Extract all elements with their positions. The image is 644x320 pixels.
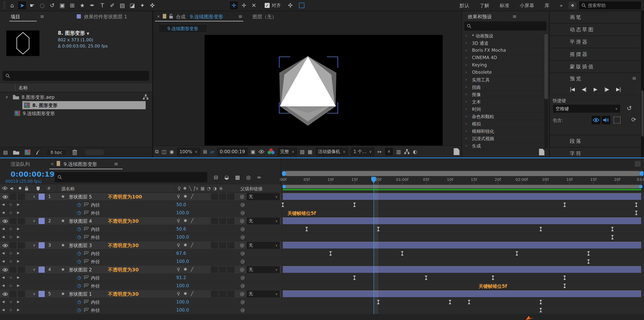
new-composition-icon[interactable]: [24, 149, 31, 155]
parent-pickwhip-icon[interactable]: @: [240, 243, 244, 248]
effects-category-row[interactable]: › 实用工具: [462, 76, 545, 83]
effects-category-label[interactable]: * 动画预设: [472, 33, 493, 39]
parent-select[interactable]: 无∨: [246, 266, 280, 273]
keyframe-navigator[interactable]: ◀◇▶: [2, 227, 20, 231]
property-value[interactable]: 100.0: [176, 259, 189, 264]
transparency-grid-icon[interactable]: ▦: [308, 149, 312, 154]
keyframe-navigator[interactable]: ◀◇▶: [2, 275, 20, 279]
property-name[interactable]: 内径: [91, 299, 100, 305]
layer-comment[interactable]: 不透明度为30: [108, 266, 139, 273]
pickwhip-icon[interactable]: @: [240, 307, 245, 312]
effects-category-row[interactable]: › 沉浸式视频: [462, 135, 545, 142]
collapsed-panel-header[interactable]: 蒙版插值: [550, 61, 641, 73]
camera-tool[interactable]: ▣: [58, 1, 67, 10]
stopwatch-icon[interactable]: ◷: [76, 226, 82, 232]
home-tool[interactable]: ⌂: [8, 1, 16, 10]
effects-category-label[interactable]: 生成: [472, 143, 481, 149]
effects-category-row[interactable]: › 文本: [462, 98, 545, 105]
graph-icon[interactable]: [84, 308, 89, 312]
comp-flowchart-icon[interactable]: [404, 149, 410, 154]
effects-category-label[interactable]: 文本: [472, 99, 481, 105]
property-row-outer-radius[interactable]: ◀◇▶ ◷ 外径 100.0 @: [0, 257, 281, 266]
property-value[interactable]: 67.6: [176, 251, 186, 256]
work-area-end-handle[interactable]: [639, 185, 642, 188]
keyframe-navigator[interactable]: ◀◇▶: [2, 251, 20, 255]
shape-tool[interactable]: ★: [78, 1, 87, 10]
rotate-tool[interactable]: ↺: [48, 1, 57, 10]
pickwhip-icon[interactable]: @: [240, 226, 245, 231]
layer-label-chip[interactable]: [38, 266, 45, 273]
camera-select[interactable]: 活动摄像机∨: [316, 148, 348, 156]
layer-label-chip[interactable]: [38, 194, 45, 200]
keyframe-marker[interactable]: [587, 259, 590, 264]
label-tag-icon[interactable]: [36, 186, 40, 191]
collapsed-panel-header[interactable]: 段落: [550, 135, 641, 147]
keyframe-marker[interactable]: [425, 276, 428, 281]
always-preview-icon[interactable]: ⧉: [155, 149, 159, 154]
property-value[interactable]: 100.0: [176, 210, 189, 215]
clone-stamp-tool[interactable]: ▤: [118, 1, 127, 10]
keyframe-marker[interactable]: [635, 211, 638, 216]
main-viewer-icon[interactable]: ◫: [162, 149, 167, 154]
effects-search-input[interactable]: [464, 22, 546, 31]
expand-chevron-icon[interactable]: ›: [466, 41, 467, 45]
show-channels-icon[interactable]: [268, 148, 274, 155]
keyframe-navigator[interactable]: ◀◇▶: [2, 210, 20, 214]
stopwatch-icon[interactable]: ◷: [76, 209, 82, 216]
track-row[interactable]: [282, 306, 644, 314]
audio-cell[interactable]: [9, 193, 16, 200]
property-row-inner-radius[interactable]: ◀◇▶ ◷ 内径 50.6 @: [0, 225, 281, 233]
shy-icon[interactable]: ◒: [224, 174, 229, 180]
pickwhip-icon[interactable]: @: [240, 259, 245, 264]
layer-switch-icons[interactable]: ♀ ✱ ╱: [177, 267, 194, 272]
current-timecode[interactable]: 0:00:00:19: [10, 170, 55, 178]
expand-chevron-icon[interactable]: ›: [466, 85, 467, 89]
comp-tab-label[interactable]: 合成: [176, 14, 186, 20]
panel-menu-icon[interactable]: ≡: [632, 75, 636, 81]
audio-cell[interactable]: [9, 266, 16, 273]
layer-comment[interactable]: 不透明度为30: [108, 242, 139, 249]
effects-category-label[interactable]: Obsolete: [472, 70, 492, 75]
track-row[interactable]: [282, 225, 644, 233]
property-row-inner-radius[interactable]: ◀◇▶ ◷ 内径 100.0 @: [0, 298, 281, 306]
stopwatch-icon[interactable]: ◷: [76, 250, 82, 256]
composition-viewport[interactable]: [204, 35, 443, 146]
keyframe-marker[interactable]: [401, 251, 404, 256]
pickwhip-icon[interactable]: @: [240, 283, 245, 288]
track-row[interactable]: [282, 290, 644, 298]
effects-category-label[interactable]: 沉浸式视频: [472, 136, 494, 142]
property-name[interactable]: 内径: [91, 275, 100, 281]
keyframe-marker[interactable]: [563, 203, 566, 208]
graph-icon[interactable]: [84, 227, 89, 231]
keyframe-marker[interactable]: [305, 227, 308, 232]
tab-layer-viewer[interactable]: 图层（无）: [252, 14, 277, 20]
switch-cell[interactable]: [211, 291, 218, 297]
collapsed-panel-header[interactable]: 画笔: [550, 11, 641, 23]
loop-icon[interactable]: ⟳: [631, 116, 636, 123]
layer-name[interactable]: 形状图层 2: [69, 267, 92, 273]
source-name-column[interactable]: 源名称: [61, 186, 74, 192]
layer-eye-icon[interactable]: [2, 292, 8, 296]
pickwhip-icon[interactable]: @: [240, 299, 245, 304]
switch-cell[interactable]: [227, 291, 234, 297]
pickwhip-icon[interactable]: @: [240, 251, 245, 256]
pickwhip-icon[interactable]: @: [240, 210, 245, 215]
take-snapshot-icon[interactable]: ▣: [251, 149, 256, 154]
graph-icon[interactable]: [84, 259, 89, 263]
layer-collapse-icon[interactable]: ∨: [33, 291, 36, 296]
solo-icon[interactable]: [18, 186, 22, 190]
new-folder-icon[interactable]: [13, 150, 20, 155]
layer-label-chip[interactable]: [38, 242, 45, 248]
stopwatch-icon[interactable]: ◷: [76, 234, 82, 240]
property-value[interactable]: 91.2: [176, 275, 186, 280]
stopwatch-icon[interactable]: ◷: [76, 201, 82, 208]
pen-tool[interactable]: ✒: [88, 1, 97, 10]
brush-tool[interactable]: ✐: [108, 1, 117, 10]
layer-name[interactable]: 形状图层 3: [69, 242, 92, 249]
layer-row[interactable]: ∨ 2 ★ 形状图层 4 不透明度为30 ♀ ✱ ╱ @ 无∨: [0, 217, 281, 225]
parent-link-column[interactable]: 父级和链接: [240, 186, 262, 192]
property-name[interactable]: 外径: [91, 259, 100, 265]
property-row-inner-radius[interactable]: ◀◇▶ ◷ 内径 91.2 @: [0, 274, 281, 282]
solo-cell[interactable]: [18, 242, 25, 249]
folder-collapse-icon[interactable]: ∨: [6, 95, 8, 99]
